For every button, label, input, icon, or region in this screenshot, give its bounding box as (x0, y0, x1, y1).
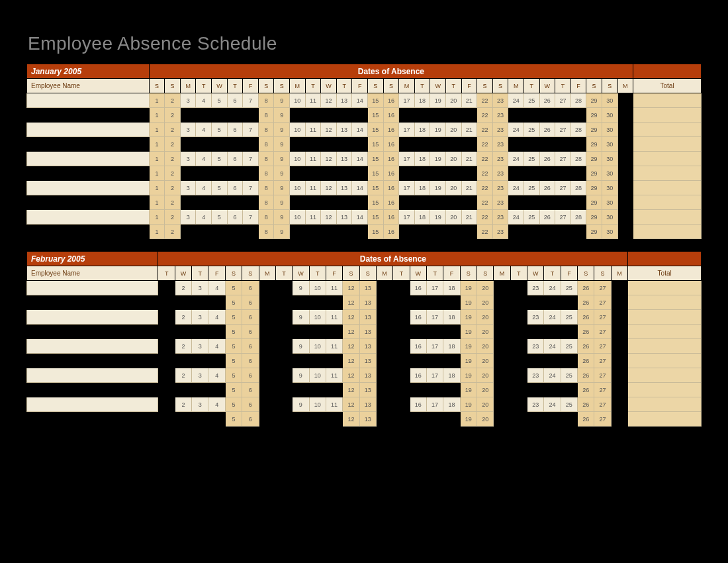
day-cell (617, 195, 633, 210)
day-cell: 11 (326, 368, 342, 383)
day-cell: 6 (227, 210, 243, 225)
day-cell (290, 195, 306, 210)
day-cell (393, 339, 410, 354)
day-cell: 11 (326, 310, 342, 325)
day-cell: 26 (578, 295, 594, 310)
day-cell (393, 397, 410, 412)
day-cell (510, 310, 527, 325)
day-cell: 5 (225, 383, 242, 397)
day-cell: 11 (326, 397, 342, 412)
day-cell: 16 (410, 368, 426, 383)
day-cell: 13 (336, 210, 352, 225)
day-cell (561, 325, 577, 339)
day-cell: 19 (460, 412, 477, 427)
day-cell (570, 225, 586, 239)
day-cell: 20 (477, 325, 493, 339)
day-cell (527, 325, 544, 339)
day-cell: 29 (586, 93, 602, 108)
day-cell: 9 (274, 152, 290, 166)
employee-name-cell (27, 166, 150, 181)
day-letter-header: S (594, 266, 611, 281)
day-cell: 13 (359, 354, 376, 368)
day-cell: 2 (165, 93, 181, 108)
day-cell (555, 225, 571, 239)
day-cell: 22 (477, 166, 493, 181)
day-cell: 13 (359, 295, 376, 310)
day-cell: 2 (165, 210, 181, 225)
day-cell (321, 166, 337, 181)
day-letter-header: W (175, 266, 191, 281)
day-cell: 23 (492, 181, 508, 195)
day-cell: 1 (149, 210, 165, 225)
day-cell (293, 383, 309, 397)
day-cell (192, 383, 208, 397)
day-cell (196, 195, 212, 210)
day-cell (175, 412, 191, 427)
day-cell (494, 281, 510, 295)
day-cell: 10 (290, 152, 306, 166)
day-cell: 28 (570, 210, 586, 225)
day-cell: 14 (352, 123, 368, 137)
employee-name-header: Employee Name (27, 79, 150, 93)
day-cell: 22 (477, 123, 493, 137)
day-cell (180, 195, 196, 210)
total-cell (628, 339, 702, 354)
day-cell (523, 108, 539, 123)
day-letter-header: T (445, 79, 461, 93)
day-cell (326, 354, 342, 368)
day-cell: 2 (175, 310, 191, 325)
day-cell (158, 295, 175, 310)
day-cell: 22 (477, 181, 493, 195)
day-cell (259, 412, 275, 427)
day-cell (414, 108, 430, 123)
day-letter-header: M (617, 79, 633, 93)
day-cell: 27 (594, 339, 611, 354)
day-cell: 27 (555, 181, 571, 195)
total-cell (628, 383, 702, 397)
day-cell (570, 166, 586, 181)
day-cell: 27 (555, 210, 571, 225)
day-cell (399, 225, 415, 239)
day-cell: 8 (258, 225, 274, 239)
day-cell: 30 (602, 93, 617, 108)
day-cell (309, 412, 326, 427)
day-cell: 1 (149, 225, 165, 239)
day-cell (290, 108, 306, 123)
table-row: 56121319202627 (27, 354, 702, 368)
employee-name-cell (27, 152, 150, 166)
day-cell (445, 195, 461, 210)
day-cell: 29 (586, 137, 602, 152)
day-cell: 29 (586, 210, 602, 225)
day-cell: 23 (492, 195, 508, 210)
day-cell (494, 397, 510, 412)
day-cell (376, 368, 392, 383)
day-cell (461, 137, 477, 152)
day-cell: 26 (578, 383, 594, 397)
day-cell (175, 325, 191, 339)
day-cell: 6 (242, 295, 259, 310)
day-cell (275, 310, 292, 325)
total-cell (628, 397, 702, 412)
day-cell: 23 (492, 210, 508, 225)
day-cell: 9 (274, 225, 290, 239)
day-cell (617, 123, 633, 137)
day-cell (293, 354, 309, 368)
day-cell: 12 (343, 368, 359, 383)
day-cell: 6 (242, 354, 259, 368)
day-cell (617, 137, 633, 152)
day-cell: 12 (343, 281, 359, 295)
day-cell: 24 (544, 310, 561, 325)
employee-name-cell (27, 225, 150, 239)
day-cell (309, 354, 326, 368)
day-cell: 15 (368, 152, 384, 166)
employee-name-cell (27, 210, 150, 225)
day-cell: 12 (343, 295, 359, 310)
day-cell: 28 (570, 152, 586, 166)
table-row: 1289151622232930 (27, 166, 702, 181)
day-cell: 6 (227, 181, 243, 195)
day-cell: 29 (586, 152, 602, 166)
day-cell: 9 (293, 397, 309, 412)
total-cell (628, 368, 702, 383)
day-cell: 11 (305, 152, 321, 166)
total-header: Total (628, 266, 702, 281)
